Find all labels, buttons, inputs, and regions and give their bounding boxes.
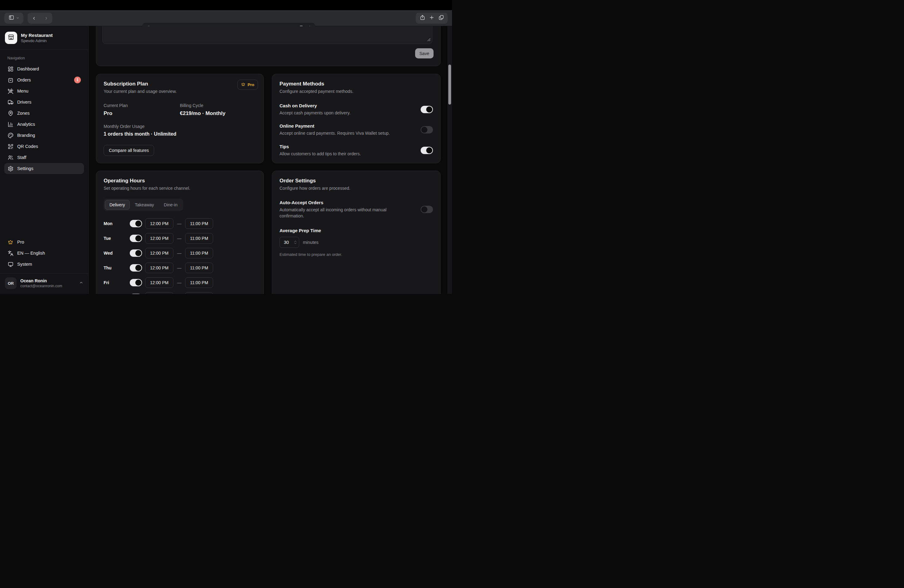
close-time-select[interactable]: 11:00 PM (185, 292, 213, 294)
close-time-select[interactable]: 11:00 PM (185, 248, 213, 258)
workspace-name: My Restaurant (21, 33, 52, 38)
setting-label: Online Payment (280, 123, 390, 128)
prep-time-value: 30 (284, 240, 289, 245)
orders-count-badge: 1 (74, 77, 81, 83)
new-tab-icon[interactable] (429, 15, 435, 22)
card-title: Operating Hours (104, 178, 256, 184)
day-toggle[interactable] (130, 235, 142, 242)
sidebar-item-label: Orders (17, 77, 31, 82)
gear-icon (7, 166, 14, 172)
current-plan-value: Pro (104, 111, 180, 117)
day-toggle[interactable] (130, 279, 142, 286)
card-title: Payment Methods (280, 81, 433, 87)
open-time-select[interactable]: 12:00 PM (145, 262, 174, 273)
sidebar-item-zones[interactable]: Zones (4, 107, 84, 119)
users-icon (7, 154, 14, 161)
sidebar-item-language[interactable]: EN — English (4, 248, 84, 259)
close-time-select[interactable]: 11:00 PM (185, 262, 213, 273)
browser-toolbar: admin.spevdo.gr (0, 10, 452, 26)
time-range-separator: — (177, 221, 182, 226)
day-row-thu: Thu 12:00 PM — 11:00 PM (104, 262, 256, 273)
card-subtitle: Your current plan and usage overview. (104, 89, 256, 94)
billing-cycle-label: Billing Cycle (180, 103, 256, 108)
toolbar-right-cluster (416, 13, 448, 24)
open-time-select[interactable]: 12:00 PM (145, 233, 174, 243)
time-range-separator: — (177, 266, 182, 270)
sidebar-toggle-button[interactable] (4, 13, 24, 24)
pro-badge-label: Pro (248, 82, 254, 87)
sidebar-item-branding[interactable]: Branding (4, 130, 84, 141)
toggle-knob (421, 127, 427, 133)
open-time-select[interactable]: 12:00 PM (145, 248, 174, 258)
workspace-switcher[interactable]: My Restaurant Spevdo Admin (0, 26, 88, 50)
sidebar-item-pro-plan[interactable]: Pro (4, 237, 84, 248)
sidebar-item-dashboard[interactable]: Dashboard (4, 63, 84, 74)
toggle-knob (421, 206, 427, 212)
open-time-select[interactable]: 12:00 PM (145, 277, 174, 288)
workspace-subtitle: Spevdo Admin (21, 38, 52, 43)
payment-methods-card: Payment Methods Configure accepted payme… (272, 74, 441, 163)
notes-card: Save (96, 26, 441, 66)
user-menu[interactable]: OR Ocean Ronin contact@oceanronin.com (0, 273, 88, 294)
channel-tabs: Delivery Takeaway Dine-in (104, 199, 183, 211)
sidebar-item-label: Staff (17, 155, 27, 160)
chevron-down-icon (16, 15, 19, 21)
notes-textarea[interactable] (103, 26, 432, 44)
sidebar-item-settings[interactable]: Settings (4, 163, 84, 174)
truck-icon (7, 99, 14, 105)
sidebar-item-orders[interactable]: Orders 1 (4, 74, 84, 85)
operating-hours-card: Operating Hours Set operating hours for … (96, 171, 264, 294)
toggle-knob (135, 280, 141, 286)
history-nav-buttons (28, 13, 52, 24)
subscription-plan-card: Subscription Plan Your current plan and … (96, 74, 264, 163)
sidebar: My Restaurant Spevdo Admin Navigation Da… (0, 26, 89, 294)
share-icon[interactable] (420, 15, 425, 22)
user-avatar: OR (5, 277, 17, 289)
sidebar-item-label: QR Codes (17, 144, 38, 149)
prep-time-input[interactable]: 30 (280, 237, 299, 248)
sidebar-item-qr-codes[interactable]: QR Codes (4, 141, 84, 152)
day-toggle[interactable] (130, 294, 142, 294)
day-row-wed: Wed 12:00 PM — 11:00 PM (104, 248, 256, 258)
forward-button[interactable] (40, 13, 52, 24)
setting-description: Automatically accept all incoming orders… (280, 207, 404, 219)
tab-dine-in[interactable]: Dine-in (159, 200, 182, 210)
tab-overview-icon[interactable] (438, 15, 444, 22)
day-toggle[interactable] (130, 250, 142, 257)
compare-features-button[interactable]: Compare all features (104, 145, 154, 156)
menu-bar (0, 0, 452, 10)
sidebar-item-theme[interactable]: System (4, 259, 84, 270)
tab-takeaway[interactable]: Takeaway (130, 200, 159, 210)
cash-on-delivery-toggle[interactable] (420, 106, 433, 113)
storefront-icon (8, 34, 14, 42)
save-button[interactable]: Save (415, 48, 433, 58)
close-time-select[interactable]: 11:00 PM (185, 277, 213, 288)
sidebar-item-label: Pro (17, 240, 24, 245)
open-time-select[interactable]: 12:00 PM (145, 218, 174, 229)
sidebar-item-analytics[interactable]: Analytics (4, 119, 84, 130)
auto-accept-toggle[interactable] (420, 206, 433, 213)
tips-toggle[interactable] (420, 147, 433, 154)
scrollbar-thumb[interactable] (448, 65, 451, 104)
resize-handle-icon[interactable] (427, 37, 430, 43)
day-row-sat: Sat 12:00 PM — 11:00 PM (104, 292, 256, 294)
close-time-select[interactable]: 11:00 PM (185, 218, 213, 229)
sidebar-item-drivers[interactable]: Drivers (4, 96, 84, 107)
day-toggle[interactable] (130, 220, 142, 227)
day-toggle[interactable] (130, 264, 142, 272)
open-time-select[interactable]: 12:00 PM (145, 292, 174, 294)
back-button[interactable] (28, 13, 40, 24)
sidebar-item-label: Branding (17, 133, 35, 138)
close-time-select[interactable]: 11:00 PM (185, 233, 213, 243)
online-payment-toggle[interactable] (420, 126, 433, 133)
tab-delivery[interactable]: Delivery (105, 200, 130, 210)
card-subtitle: Configure how orders are processed. (280, 186, 433, 191)
setting-label: Cash on Delivery (280, 103, 351, 108)
scrollbar-track[interactable] (447, 26, 452, 294)
sidebar-item-label: Settings (17, 166, 33, 171)
sidebar-item-staff[interactable]: Staff (4, 152, 84, 163)
sidebar-item-menu[interactable]: Menu (4, 85, 84, 96)
payment-row-cash: Cash on Delivery Accept cash payments up… (280, 103, 433, 116)
stepper-arrows-icon[interactable] (294, 240, 297, 244)
dashboard-icon (7, 66, 14, 72)
